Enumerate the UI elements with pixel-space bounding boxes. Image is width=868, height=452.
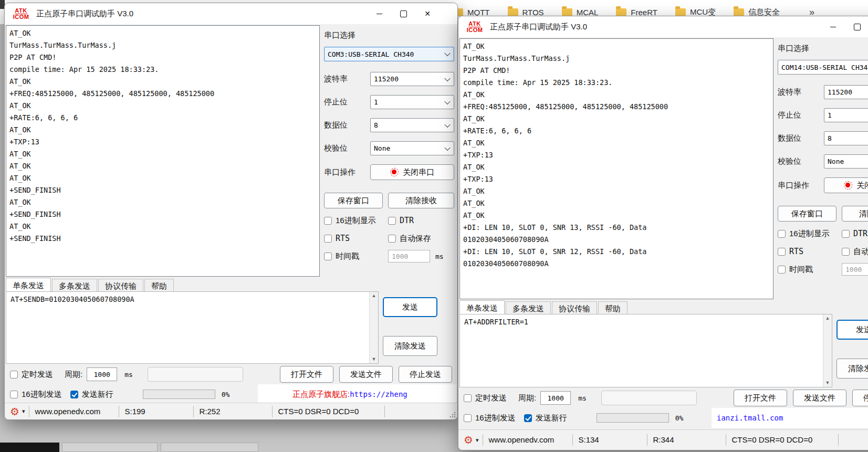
baud-combobox[interactable]: 115200 (824, 85, 868, 99)
close-port-button[interactable]: 关闭串口 (370, 164, 454, 180)
file-path-field[interactable] (601, 391, 697, 405)
port-combobox[interactable]: COM3:USB-SERIAL CH340 (324, 47, 454, 61)
file-send-row: 定时发送 周期: ms 打开文件 发送文件 停止发送 (10, 365, 452, 383)
timed-send-checkbox[interactable]: 定时发送 (10, 370, 53, 380)
shop-link[interactable]: ianzi.tmall.com (717, 414, 783, 422)
send-newline-checkbox[interactable]: 发送新行 (524, 413, 567, 423)
scroll-up-icon[interactable]: ▲ (825, 316, 830, 321)
tab-protocol-transfer[interactable]: 协议传输 (552, 301, 597, 315)
scroll-up-icon[interactable]: ▲ (372, 293, 377, 298)
minimize-button[interactable] (367, 3, 391, 24)
send-file-button[interactable]: 发送文件 (339, 366, 393, 383)
timestamp-interval-input[interactable] (842, 263, 868, 276)
chevron-down-icon (444, 50, 450, 56)
tab-single-send[interactable]: 单条发送 (6, 278, 51, 292)
send-input-area[interactable]: AT+SENDB=0102030405060708090A ▲ ▼ (6, 291, 379, 364)
save-window-button[interactable]: 保存窗口 (778, 206, 836, 222)
folder-icon (734, 8, 744, 16)
timestamp-interval-input[interactable] (388, 250, 430, 262)
send-button[interactable]: 发送 (383, 297, 437, 317)
atk-logo-icon: ATKICOM (12, 6, 30, 22)
gear-icon[interactable]: ⚙ (464, 435, 473, 445)
send-input-area[interactable]: AT+ADDRFILTER=1 ▲ ▼ (459, 314, 832, 387)
file-path-field[interactable] (148, 367, 243, 382)
tab-protocol-transfer[interactable]: 协议传输 (98, 279, 143, 292)
tab-single-send[interactable]: 单条发送 (459, 300, 505, 315)
data-bits-combobox[interactable]: 8 (824, 131, 868, 145)
background-window-tab (62, 443, 158, 452)
title-bar[interactable]: ATKICOM 正点原子串口调试助手 V3.0 ✕ (5, 3, 457, 24)
timed-send-checkbox[interactable]: 定时发送 (464, 393, 507, 403)
receive-area[interactable]: AT_OK TurMass.TurMass.TurMass.j P2P AT C… (6, 25, 320, 277)
maximize-button[interactable] (391, 3, 415, 24)
data-bits-combobox[interactable]: 8 (370, 118, 454, 132)
period-input[interactable] (540, 391, 571, 405)
hex-display-checkbox[interactable]: 16进制显示 (324, 216, 376, 226)
send-progress-bar (597, 413, 669, 423)
parity-combobox[interactable]: None (370, 141, 454, 155)
file-send-row: 定时发送 周期: ms 打开文件 发送文件 停止发送 (464, 389, 868, 407)
checkbox-icon (324, 253, 332, 260)
clear-receive-button[interactable]: 清除接收 (388, 193, 454, 208)
tab-multi-send[interactable]: 多条发送 (52, 279, 97, 292)
window-title: 正点原子串口调试助手 V3.0 (36, 9, 133, 19)
title-bar[interactable]: ATKICOM 正点原子串口调试助手 V3.0 ✕ (458, 16, 868, 37)
open-file-button[interactable]: 打开文件 (734, 390, 787, 406)
tab-multi-send[interactable]: 多条发送 (506, 301, 551, 315)
close-port-button[interactable]: 关闭串口 (824, 177, 868, 193)
maximize-button[interactable] (845, 16, 868, 37)
bookmark-folder-rtos[interactable]: RTOS (508, 8, 544, 17)
parity-label: 校验位 (778, 156, 824, 166)
send-text[interactable]: AT+ADDRFILTER=1 (460, 314, 832, 329)
clear-send-button[interactable]: 清除发送 (836, 359, 868, 379)
stop-send-button[interactable]: 停止发送 (852, 390, 868, 406)
checkbox-icon (524, 414, 532, 422)
port-combobox[interactable]: COM14:USB-SERIAL CH340 (778, 60, 868, 75)
parity-combobox[interactable]: None (824, 154, 868, 169)
bookmark-folder-mcal[interactable]: MCAL (562, 8, 599, 17)
stop-bits-combobox[interactable]: 1 (824, 108, 868, 122)
scroll-down-icon[interactable]: ▼ (372, 357, 377, 362)
send-text[interactable]: AT+SENDB=0102030405060708090A (6, 292, 378, 307)
dtr-checkbox[interactable]: DTR (842, 229, 867, 238)
clear-send-button[interactable]: 清除发送 (383, 336, 437, 356)
tab-help[interactable]: 帮助 (144, 279, 174, 292)
minimize-button[interactable] (821, 16, 845, 37)
hex-send-checkbox[interactable]: 16进制发送 (10, 390, 62, 400)
rts-checkbox[interactable]: RTS (778, 247, 803, 256)
auto-save-checkbox[interactable]: 自动保存 (388, 234, 431, 244)
scroll-down-icon[interactable]: ▼ (825, 381, 830, 385)
send-button[interactable]: 发送 (836, 320, 868, 340)
period-input[interactable] (87, 367, 117, 381)
scrollbar[interactable]: ▲ ▼ (823, 314, 832, 387)
timestamp-checkbox[interactable]: 时间戳 (778, 265, 813, 275)
shop-link[interactable]: https://zheng (350, 390, 407, 398)
rts-checkbox[interactable]: RTS (324, 234, 350, 243)
stop-send-button[interactable]: 停止发送 (399, 366, 452, 383)
gear-icon[interactable]: ⚙ (10, 406, 19, 417)
hex-send-checkbox[interactable]: 16进制发送 (464, 413, 516, 423)
send-newline-checkbox[interactable]: 发送新行 (70, 390, 113, 400)
clear-receive-button[interactable]: 清除接收 (842, 206, 868, 222)
baud-combobox[interactable]: 115200 (370, 72, 454, 86)
open-file-button[interactable]: 打开文件 (280, 366, 333, 383)
scrollbar[interactable]: ▲ ▼ (369, 292, 378, 363)
caret-down-icon[interactable]: ▾ (22, 408, 25, 415)
bookmark-folder-freertos[interactable]: FreeRT (616, 8, 657, 17)
save-window-button[interactable]: 保存窗口 (324, 193, 383, 208)
dtr-checkbox[interactable]: DTR (388, 216, 414, 225)
tab-help[interactable]: 帮助 (598, 301, 628, 315)
resize-grip[interactable] (452, 414, 453, 415)
auto-save-checkbox[interactable]: 自动保存 (842, 247, 868, 257)
timestamp-checkbox[interactable]: 时间戳 (324, 251, 359, 261)
receive-area[interactable]: AT_OK TurMass.TurMass.TurMass.j P2P AT C… (459, 38, 773, 299)
hex-display-checkbox[interactable]: 16进制显示 (778, 229, 830, 239)
stop-bits-combobox[interactable]: 1 (370, 95, 454, 109)
close-button[interactable]: ✕ (415, 3, 440, 24)
bookmark-folder-mqtt[interactable]: MQTT (453, 8, 490, 17)
checkbox-icon (778, 266, 786, 274)
caret-down-icon[interactable]: ▾ (476, 437, 479, 444)
checkbox-icon (324, 235, 332, 243)
send-file-button[interactable]: 发送文件 (793, 390, 846, 406)
send-options-row: 16进制发送 发送新行 0% ianzi.tmall.com (464, 408, 868, 428)
